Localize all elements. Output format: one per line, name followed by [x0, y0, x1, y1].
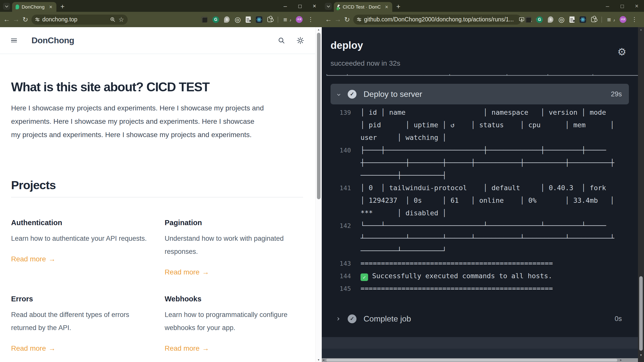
clipboard-extension-icon[interactable]	[569, 16, 575, 23]
left-browser-window: DonChong.top × + – × ← → ↻ donchong.top	[0, 0, 322, 362]
target-extension-icon[interactable]: ◎	[558, 16, 564, 23]
log-line-row: │ 1294237 │ 0s │ 61 │ online │ 0% │ 33.4…	[322, 194, 638, 207]
step-complete-job[interactable]: ✓ Complete job 0s	[331, 308, 629, 329]
site-brand[interactable]: DonChong	[31, 35, 74, 45]
gear-icon[interactable]: ⚙	[617, 47, 626, 57]
scrollbar-thumb[interactable]	[326, 359, 617, 361]
forward-button[interactable]: →	[333, 16, 342, 23]
minimize-button[interactable]: –	[600, 3, 615, 10]
step-deploy-to-server[interactable]: ✓ Deploy to server 29s	[331, 84, 629, 104]
target-extension-icon[interactable]: ◎	[235, 16, 241, 23]
maximize-button[interactable]	[293, 3, 307, 10]
read-more-link[interactable]: Read more→	[165, 268, 307, 276]
react-devtools-icon[interactable]	[580, 16, 586, 23]
extensions-strip: G S ◎ ≡♪ 承東 ⋮	[201, 12, 313, 27]
site-info-icon[interactable]	[357, 17, 362, 22]
profile-avatar[interactable]: 承東	[620, 16, 626, 23]
read-more-link[interactable]: Read more→	[165, 344, 307, 352]
arrow-right-icon: →	[49, 344, 56, 352]
left-page-scrollbar[interactable]: ▲ ▼	[315, 27, 322, 362]
scroll-up-icon[interactable]: ▲	[638, 28, 644, 31]
scroll-right-icon[interactable]: ▶	[620, 359, 622, 361]
chevron-down-icon[interactable]	[338, 92, 348, 96]
log-line-number[interactable]: 143	[331, 260, 361, 267]
extension-icon[interactable]	[201, 17, 207, 23]
browser-menu-icon[interactable]: ⋮	[631, 16, 637, 23]
clipboard-extension-icon[interactable]	[246, 16, 251, 23]
tab-search-button[interactable]	[325, 3, 332, 10]
forward-button[interactable]: →	[11, 16, 21, 23]
tab-close-icon[interactable]: ×	[384, 4, 389, 10]
log-line-row: 145=====================================…	[322, 282, 638, 295]
profile-avatar[interactable]: 承東	[296, 16, 303, 23]
log-line-number[interactable]: 144	[331, 272, 361, 280]
clipped-log-line: └────┴────────────────────────┴─────────…	[325, 74, 638, 77]
step-duration: 0s	[615, 315, 622, 323]
log-line-row: 143=====================================…	[322, 257, 638, 270]
chevron-right-icon[interactable]	[338, 316, 348, 321]
project-card-title: Errors	[11, 295, 153, 303]
scroll-down-icon[interactable]: ▼	[315, 358, 322, 361]
install-app-icon[interactable]	[519, 17, 524, 22]
maximize-button[interactable]	[615, 3, 629, 10]
log-line-number[interactable]: 145	[331, 285, 361, 292]
extensions-puzzle-icon[interactable]	[591, 17, 596, 22]
close-button[interactable]: ×	[629, 3, 644, 10]
project-card-description: Read about the different types of errors…	[11, 308, 148, 334]
new-tab-button[interactable]: +	[60, 3, 64, 11]
minimize-button[interactable]: –	[278, 3, 293, 10]
address-bar[interactable]: github.com/DonChong2000/donchong.top/act…	[353, 15, 521, 25]
scrollbar-thumb[interactable]	[639, 276, 643, 351]
log-text: ========================================…	[361, 257, 553, 270]
tab-search-button[interactable]	[3, 3, 10, 10]
grammarly-extension-icon[interactable]: G	[212, 16, 219, 23]
log-line-number[interactable]: 139	[331, 109, 361, 116]
scrollbar-thumb[interactable]	[317, 33, 320, 199]
right-page-scrollbar[interactable]: ▲ ▼	[638, 27, 644, 362]
tab-donchong[interactable]: DonChong.top ×	[12, 2, 56, 12]
log-line-number[interactable]: 140	[331, 147, 361, 154]
close-button[interactable]: ×	[307, 3, 322, 10]
back-button[interactable]: ←	[324, 16, 333, 23]
react-devtools-icon[interactable]	[256, 16, 262, 23]
extension-s-icon[interactable]: S	[548, 16, 553, 23]
log-text: └────┴────────────────────────┴─────────…	[361, 219, 606, 232]
extensions-puzzle-icon[interactable]	[267, 17, 273, 22]
playlist-icon[interactable]: ≡♪	[283, 16, 291, 23]
log-line-row: 140├────┼────────────────────────┼──────…	[322, 144, 638, 156]
new-tab-button[interactable]: +	[396, 3, 400, 11]
theme-toggle-sun-icon[interactable]	[297, 37, 304, 44]
scroll-left-icon[interactable]: ◀	[323, 359, 324, 361]
scroll-up-icon[interactable]: ▲	[315, 28, 322, 31]
horizontal-scrollbar[interactable]: ◀ ▶	[322, 358, 638, 362]
step-success-check-icon: ✓	[348, 90, 356, 99]
log-text: ┼──────────┼────────┼──────┼───────────┼…	[361, 156, 614, 169]
reload-button[interactable]: ↻	[342, 16, 352, 24]
zoom-icon[interactable]	[110, 17, 116, 22]
site-info-icon[interactable]	[35, 17, 40, 22]
search-icon[interactable]	[278, 37, 285, 44]
hamburger-menu-icon[interactable]	[11, 38, 17, 42]
browser-menu-icon[interactable]: ⋮	[308, 16, 313, 23]
read-more-link[interactable]: Read more→	[11, 255, 153, 263]
log-line-row: *** │ disabled │	[322, 207, 638, 219]
toolbar-separator	[601, 17, 602, 23]
github-actions-page: deploy succeeded now in 32s ⚙ └────┴────…	[322, 27, 638, 362]
extension-icon[interactable]	[525, 17, 531, 23]
log-text: ─────────┼──────────┤	[361, 169, 446, 182]
log-line-number[interactable]: 141	[331, 184, 361, 192]
tab-close-icon[interactable]: ×	[48, 4, 53, 10]
log-text: ├────┼────────────────────────┼─────────…	[361, 144, 606, 156]
bookmark-star-icon[interactable]: ☆	[119, 16, 124, 23]
intro-paragraph: Here I showcase my projects and experime…	[11, 101, 264, 141]
extension-s-icon[interactable]: S	[224, 16, 230, 23]
log-line-number[interactable]: 142	[331, 222, 361, 229]
read-more-link[interactable]: Read more→	[11, 344, 153, 352]
reload-button[interactable]: ↻	[21, 16, 30, 24]
back-button[interactable]: ←	[2, 16, 11, 23]
grammarly-extension-icon[interactable]: G	[536, 16, 543, 23]
address-bar[interactable]: donchong.top ☆	[31, 15, 128, 25]
scroll-down-icon[interactable]: ▼	[638, 354, 644, 356]
playlist-icon[interactable]: ≡♪	[607, 16, 615, 23]
tab-cicd-test[interactable]: ✓ CICD Test · DonChong2000/don ×	[334, 2, 392, 12]
